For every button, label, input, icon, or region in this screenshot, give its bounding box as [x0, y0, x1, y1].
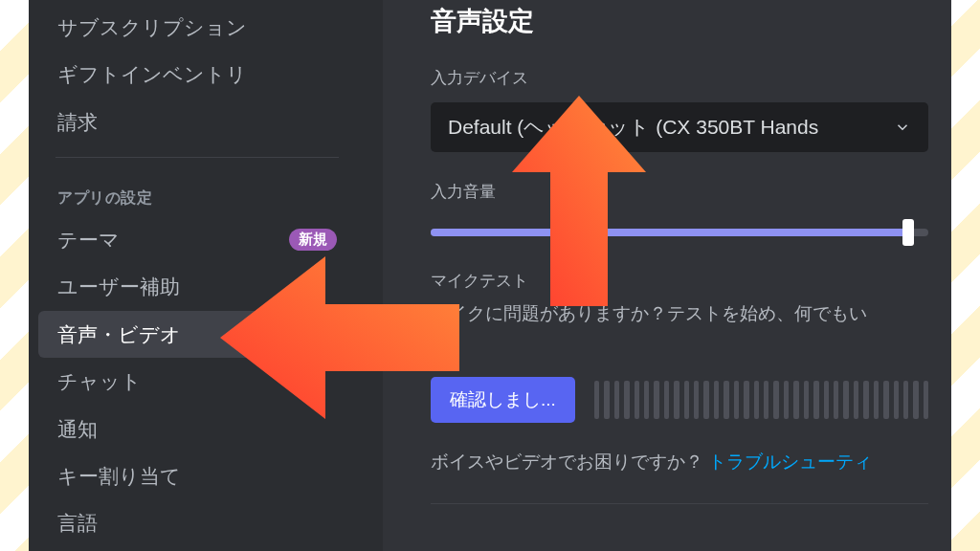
sidebar-item-subscription[interactable]: サブスクリプション — [38, 4, 356, 51]
sidebar-item-language[interactable]: 言語 — [38, 500, 356, 547]
sidebar-item-chat[interactable]: チャット — [38, 358, 356, 405]
sidebar-item-voice-video[interactable]: 音声・ビデオ — [38, 311, 356, 358]
mic-test-button[interactable]: 確認しまし... — [431, 377, 575, 423]
input-device-dropdown[interactable]: Default (ヘッドセット (CX 350BT Hands — [431, 102, 928, 152]
mic-test-label: マイクテスト — [431, 270, 951, 292]
settings-window: サブスクリプション ギフトインベントリ 請求 アプリの設定 テーマ 新規 ユーザ… — [29, 0, 951, 551]
sidebar-item-theme[interactable]: テーマ 新規 — [38, 216, 356, 263]
sidebar-divider — [56, 157, 339, 158]
input-volume-label: 入力音量 — [431, 181, 951, 203]
page-title: 音声設定 — [431, 4, 951, 38]
input-device-value: Default (ヘッドセット (CX 350BT Hands — [448, 114, 894, 141]
help-line: ボイスやビデオでお困りですか？ トラブルシューティ — [431, 450, 951, 474]
sidebar-item-billing[interactable]: 請求 — [38, 99, 356, 145]
sidebar-item-accessibility[interactable]: ユーザー補助 — [38, 264, 356, 311]
input-volume-slider[interactable] — [431, 224, 928, 241]
mic-test-row: 確認しまし... — [431, 377, 928, 423]
mic-level-meter — [594, 381, 928, 419]
chevron-down-icon — [894, 119, 911, 136]
sidebar: サブスクリプション ギフトインベントリ 請求 アプリの設定 テーマ 新規 ユーザ… — [29, 0, 383, 551]
troubleshoot-link[interactable]: トラブルシューティ — [708, 452, 872, 472]
new-badge: 新規 — [289, 229, 337, 251]
input-device-label: 入力デバイス — [431, 67, 951, 89]
slider-thumb[interactable] — [902, 219, 914, 246]
sidebar-item-label: テーマ — [57, 227, 120, 253]
main-divider — [431, 503, 928, 504]
sidebar-header-app-settings: アプリの設定 — [38, 169, 356, 216]
sidebar-item-gift-inventory[interactable]: ギフトインベントリ — [38, 51, 356, 98]
sidebar-item-notifications[interactable]: 通知 — [38, 406, 356, 452]
mic-test-description: マイクに問題がありますか？テストを始め、何でもい す。 — [431, 299, 951, 356]
main-panel: 音声設定 入力デバイス Default (ヘッドセット (CX 350BT Ha… — [383, 0, 951, 551]
sidebar-item-keybinds[interactable]: キー割り当て — [38, 452, 356, 499]
